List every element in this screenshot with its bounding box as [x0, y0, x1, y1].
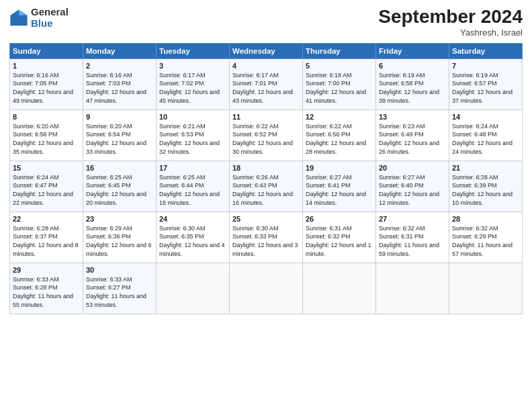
calendar-cell: 1 Sunrise: 6:16 AMSunset: 7:05 PMDayligh…: [10, 58, 83, 109]
calendar-cell: 11 Sunrise: 6:22 AMSunset: 6:52 PMDaylig…: [230, 109, 303, 161]
day-number: 15: [13, 164, 80, 172]
header-day: Wednesday: [230, 43, 303, 58]
cell-info: Sunrise: 6:20 AMSunset: 6:54 PMDaylight:…: [86, 123, 146, 155]
calendar-cell: 17 Sunrise: 6:25 AMSunset: 6:44 PMDaylig…: [157, 161, 230, 212]
day-number: 14: [452, 113, 519, 121]
day-number: 27: [379, 215, 446, 223]
day-number: 1: [13, 62, 80, 70]
day-number: 6: [379, 62, 446, 70]
calendar-cell: 21 Sunrise: 6:28 AMSunset: 6:39 PMDaylig…: [449, 161, 523, 212]
day-number: 5: [306, 62, 373, 70]
cell-info: Sunrise: 6:25 AMSunset: 6:45 PMDaylight:…: [86, 174, 146, 206]
cell-info: Sunrise: 6:28 AMSunset: 6:39 PMDaylight:…: [452, 174, 513, 206]
cell-info: Sunrise: 6:27 AMSunset: 6:40 PMDaylight:…: [379, 174, 439, 206]
calendar-cell: 19 Sunrise: 6:27 AMSunset: 6:41 PMDaylig…: [303, 161, 376, 212]
cell-info: Sunrise: 6:18 AMSunset: 7:00 PMDaylight:…: [306, 72, 366, 104]
calendar-table: SundayMondayTuesdayWednesdayThursdayFrid…: [9, 43, 523, 314]
calendar-week-row: 8 Sunrise: 6:20 AMSunset: 6:56 PMDayligh…: [10, 109, 523, 161]
cell-info: Sunrise: 6:16 AMSunset: 7:03 PMDaylight:…: [86, 72, 146, 104]
calendar-cell: 28 Sunrise: 6:32 AMSunset: 6:29 PMDaylig…: [449, 212, 523, 263]
month-title: September 2024: [378, 7, 523, 28]
day-number: 24: [159, 215, 226, 223]
day-number: 17: [159, 164, 226, 172]
logo-blue: Blue: [31, 18, 69, 30]
calendar-cell: 23 Sunrise: 6:29 AMSunset: 6:36 PMDaylig…: [83, 212, 157, 263]
day-number: 26: [306, 215, 373, 223]
day-number: 10: [159, 113, 226, 121]
day-number: 28: [452, 215, 519, 223]
calendar-cell: 16 Sunrise: 6:25 AMSunset: 6:45 PMDaylig…: [83, 161, 157, 212]
cell-info: Sunrise: 6:27 AMSunset: 6:41 PMDaylight:…: [306, 174, 366, 206]
cell-info: Sunrise: 6:22 AMSunset: 6:52 PMDaylight:…: [232, 123, 293, 155]
calendar-cell: 24 Sunrise: 6:30 AMSunset: 6:35 PMDaylig…: [157, 212, 230, 263]
page: General Blue September 2024 Yashresh, Is…: [0, 0, 532, 411]
cell-info: Sunrise: 6:29 AMSunset: 6:36 PMDaylight:…: [86, 225, 152, 257]
logo-icon: [9, 9, 28, 28]
day-number: 18: [232, 164, 300, 172]
cell-info: Sunrise: 6:26 AMSunset: 6:43 PMDaylight:…: [232, 174, 293, 206]
calendar-cell: [303, 263, 376, 314]
calendar-cell: [376, 263, 449, 314]
day-number: 4: [232, 62, 300, 70]
cell-info: Sunrise: 6:19 AMSunset: 6:58 PMDaylight:…: [379, 72, 439, 104]
location-subtitle: Yashresh, Israel: [378, 28, 523, 38]
title-block: September 2024 Yashresh, Israel: [378, 7, 523, 38]
cell-info: Sunrise: 6:30 AMSunset: 6:35 PMDaylight:…: [159, 225, 225, 257]
calendar-cell: 13 Sunrise: 6:23 AMSunset: 6:49 PMDaylig…: [376, 109, 449, 161]
header-day: Tuesday: [157, 43, 230, 58]
day-number: 25: [232, 215, 300, 223]
day-number: 2: [86, 62, 153, 70]
cell-info: Sunrise: 6:33 AMSunset: 6:27 PMDaylight:…: [86, 276, 146, 308]
day-number: 21: [452, 164, 519, 172]
calendar-cell: 15 Sunrise: 6:24 AMSunset: 6:47 PMDaylig…: [10, 161, 83, 212]
cell-info: Sunrise: 6:19 AMSunset: 6:57 PMDaylight:…: [452, 72, 513, 104]
cell-info: Sunrise: 6:17 AMSunset: 7:02 PMDaylight:…: [159, 72, 220, 104]
day-number: 12: [306, 113, 373, 121]
day-number: 9: [86, 113, 153, 121]
calendar-cell: 10 Sunrise: 6:21 AMSunset: 6:53 PMDaylig…: [157, 109, 230, 161]
calendar-cell: 30 Sunrise: 6:33 AMSunset: 6:27 PMDaylig…: [83, 263, 157, 314]
calendar-cell: 27 Sunrise: 6:32 AMSunset: 6:31 PMDaylig…: [376, 212, 449, 263]
calendar-week-row: 22 Sunrise: 6:28 AMSunset: 6:37 PMDaylig…: [10, 212, 523, 263]
day-number: 7: [452, 62, 519, 70]
calendar-cell: 2 Sunrise: 6:16 AMSunset: 7:03 PMDayligh…: [83, 58, 157, 109]
calendar-cell: 14 Sunrise: 6:24 AMSunset: 6:48 PMDaylig…: [449, 109, 523, 161]
calendar-week-row: 29 Sunrise: 6:33 AMSunset: 6:28 PMDaylig…: [10, 263, 523, 314]
header-day: Friday: [376, 43, 449, 58]
calendar-cell: 8 Sunrise: 6:20 AMSunset: 6:56 PMDayligh…: [10, 109, 83, 161]
header: General Blue September 2024 Yashresh, Is…: [9, 7, 523, 38]
calendar-cell: 12 Sunrise: 6:22 AMSunset: 6:50 PMDaylig…: [303, 109, 376, 161]
cell-info: Sunrise: 6:32 AMSunset: 6:29 PMDaylight:…: [452, 225, 513, 257]
day-number: 8: [13, 113, 80, 121]
day-number: 3: [159, 62, 226, 70]
cell-info: Sunrise: 6:22 AMSunset: 6:50 PMDaylight:…: [306, 123, 366, 155]
day-number: 23: [86, 215, 153, 223]
day-number: 11: [232, 113, 300, 121]
calendar-cell: 9 Sunrise: 6:20 AMSunset: 6:54 PMDayligh…: [83, 109, 157, 161]
svg-marker-1: [19, 9, 28, 15]
calendar-cell: [230, 263, 303, 314]
calendar-cell: 26 Sunrise: 6:31 AMSunset: 6:32 PMDaylig…: [303, 212, 376, 263]
cell-info: Sunrise: 6:31 AMSunset: 6:32 PMDaylight:…: [306, 225, 371, 257]
calendar-cell: 6 Sunrise: 6:19 AMSunset: 6:58 PMDayligh…: [376, 58, 449, 109]
cell-info: Sunrise: 6:23 AMSunset: 6:49 PMDaylight:…: [379, 123, 439, 155]
header-row: SundayMondayTuesdayWednesdayThursdayFrid…: [10, 43, 523, 58]
calendar-week-row: 15 Sunrise: 6:24 AMSunset: 6:47 PMDaylig…: [10, 161, 523, 212]
cell-info: Sunrise: 6:17 AMSunset: 7:01 PMDaylight:…: [232, 72, 293, 104]
day-number: 22: [13, 215, 80, 223]
day-number: 20: [379, 164, 446, 172]
cell-info: Sunrise: 6:25 AMSunset: 6:44 PMDaylight:…: [159, 174, 220, 206]
calendar-cell: [449, 263, 523, 314]
cell-info: Sunrise: 6:16 AMSunset: 7:05 PMDaylight:…: [13, 72, 73, 104]
header-day: Sunday: [10, 43, 83, 58]
logo: General Blue: [9, 7, 69, 29]
header-day: Saturday: [449, 43, 523, 58]
header-day: Monday: [83, 43, 157, 58]
day-number: 16: [86, 164, 153, 172]
cell-info: Sunrise: 6:30 AMSunset: 6:33 PMDaylight:…: [232, 225, 298, 257]
cell-info: Sunrise: 6:33 AMSunset: 6:28 PMDaylight:…: [13, 276, 73, 308]
calendar-cell: 3 Sunrise: 6:17 AMSunset: 7:02 PMDayligh…: [157, 58, 230, 109]
calendar-cell: 7 Sunrise: 6:19 AMSunset: 6:57 PMDayligh…: [449, 58, 523, 109]
header-day: Thursday: [303, 43, 376, 58]
cell-info: Sunrise: 6:24 AMSunset: 6:47 PMDaylight:…: [13, 174, 73, 206]
